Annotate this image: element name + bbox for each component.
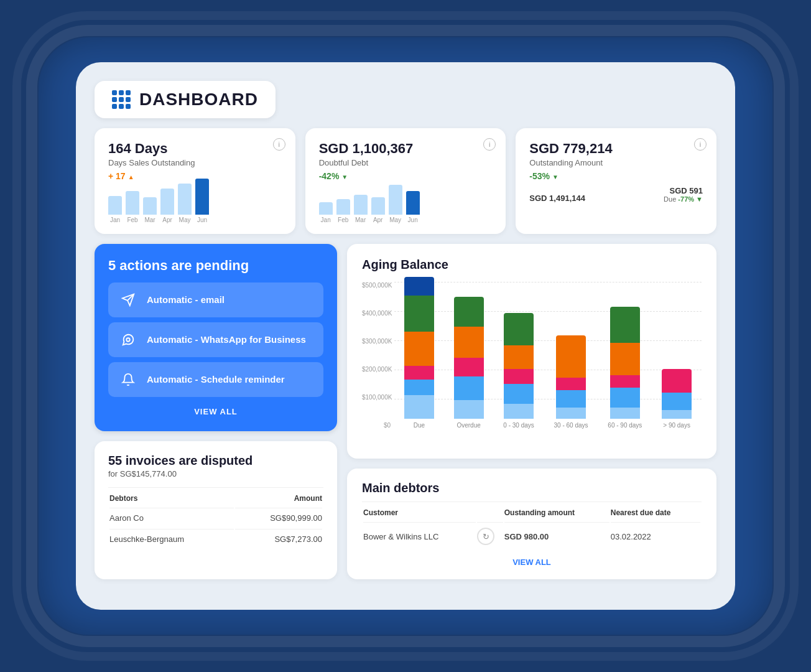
table-row: Aaron Co SG$90,999.00 bbox=[109, 508, 322, 528]
action-label-whatsapp: Automatic - WhatsApp for Business bbox=[147, 334, 306, 345]
disputed-table: Debtors Amount Aaron Co SG$90,999.00 Leu… bbox=[108, 487, 323, 550]
debtors-col-amount: Oustanding amount bbox=[504, 503, 609, 521]
dso-arrow-icon bbox=[128, 171, 134, 181]
svg-point-2 bbox=[126, 338, 130, 342]
actions-title: 5 actions are pending bbox=[108, 258, 323, 274]
bars-area: Due Overd bbox=[394, 282, 702, 429]
action-item-reminder[interactable]: Automatic - Schedule reminder bbox=[108, 362, 323, 397]
debtors-col-icon bbox=[477, 503, 503, 521]
dso-change: + 17 bbox=[108, 171, 282, 181]
outer-shell: DASHBOARD i 164 Days Days Sales Outstand… bbox=[39, 37, 772, 635]
disputed-subtitle: for SG$145,774.00 bbox=[108, 469, 323, 478]
dso-label: Days Sales Outstanding bbox=[108, 158, 282, 167]
table-row: Leuschke-Bergnaum SG$7,273.00 bbox=[109, 529, 322, 549]
dso-bar-jan: Jan bbox=[108, 196, 122, 223]
view-all-button[interactable]: VIEW ALL bbox=[108, 402, 323, 421]
doubtful-change: -42% bbox=[319, 171, 493, 181]
disputed-debtor-0: Aaron Co bbox=[109, 508, 234, 528]
disputed-col-amount: Amount bbox=[235, 489, 322, 506]
svg-line-0 bbox=[127, 294, 134, 300]
email-icon bbox=[118, 290, 138, 310]
outstanding-change: -53% bbox=[529, 171, 703, 181]
table-row: Bower & Wilkins LLC ↻ SGD 980.00 03.02.2… bbox=[363, 522, 700, 550]
disputed-amount-1: SG$7,273.00 bbox=[235, 529, 322, 549]
doubtful-label: Doubtful Debt bbox=[319, 158, 493, 167]
doubtful-value: SGD 1,100,367 bbox=[319, 141, 493, 157]
action-item-whatsapp[interactable]: Automatic - WhatsApp for Business bbox=[108, 322, 323, 357]
disputed-amount-0: SG$90,999.00 bbox=[235, 508, 322, 528]
debtors-col-due: Nearest due date bbox=[611, 503, 700, 521]
disputed-title: 55 invoices are disputed bbox=[108, 454, 323, 468]
dso-bar-may: May bbox=[178, 184, 192, 223]
debtors-title: Main debtors bbox=[362, 481, 702, 495]
outstanding-footer-right: SGD 591 Due -77% ▼ bbox=[664, 186, 703, 203]
dso-card: i 164 Days Days Sales Outstanding + 17 J… bbox=[95, 128, 295, 234]
debtors-card: Main debtors Customer Oustanding amount … bbox=[347, 469, 716, 579]
debtors-col-customer: Customer bbox=[363, 503, 476, 521]
dso-bar-jun: Jun bbox=[195, 179, 209, 223]
outstanding-arrow-icon bbox=[552, 171, 558, 181]
outstanding-footer: SGD 1,491,144 SGD 591 Due -77% ▼ bbox=[529, 186, 703, 203]
main-grid: i 164 Days Days Sales Outstanding + 17 J… bbox=[95, 128, 716, 591]
dashboard-title: DASHBOARD bbox=[139, 90, 258, 110]
whatsapp-icon bbox=[118, 330, 138, 350]
debtor-amount-0: SGD 980.00 bbox=[504, 522, 609, 550]
outstanding-value: SGD 779,214 bbox=[529, 141, 703, 157]
left-column: 5 actions are pending Automatic - email bbox=[95, 244, 337, 580]
y-axis: $0 $100,000K $200,000K $300,000K $400,00… bbox=[362, 282, 394, 429]
svg-marker-1 bbox=[123, 294, 134, 305]
dso-value: 164 Days bbox=[108, 141, 282, 157]
doubtful-arrow-icon bbox=[341, 171, 348, 181]
action-label-reminder: Automatic - Schedule reminder bbox=[147, 374, 285, 385]
disputed-col-debtors: Debtors bbox=[109, 489, 234, 506]
debtor-name-0: Bower & Wilkins LLC bbox=[363, 522, 476, 550]
dashboard-container: DASHBOARD i 164 Days Days Sales Outstand… bbox=[76, 62, 735, 610]
bar-group-due: Due bbox=[404, 277, 434, 429]
outstanding-info-icon[interactable]: i bbox=[694, 138, 707, 151]
disputed-card: 55 invoices are disputed for SG$145,774.… bbox=[95, 441, 337, 580]
action-item-email[interactable]: Automatic - email bbox=[108, 282, 323, 317]
dso-bar-feb: Feb bbox=[126, 191, 139, 223]
dso-bar-mar: Mar bbox=[143, 197, 157, 223]
outstanding-label: Outstanding Amount bbox=[529, 158, 703, 167]
debtors-table: Customer Oustanding amount Nearest due d… bbox=[362, 502, 702, 551]
disputed-debtor-1: Leuschke-Bergnaum bbox=[109, 529, 234, 549]
dso-info-icon[interactable]: i bbox=[273, 138, 285, 151]
dso-chart: Jan Feb Mar Apr bbox=[108, 186, 282, 223]
debtors-view-all[interactable]: VIEW ALL bbox=[362, 558, 702, 567]
dso-bar-apr: Apr bbox=[160, 189, 174, 223]
aging-chart-container: $0 $100,000K $200,000K $300,000K $400,00… bbox=[362, 282, 702, 444]
bar-group-overdue: Overdue bbox=[454, 297, 484, 429]
outstanding-footer-left: SGD 1,491,144 bbox=[529, 194, 585, 203]
grid-area bbox=[394, 282, 702, 429]
doubtful-info-icon[interactable]: i bbox=[483, 138, 496, 151]
metrics-row: i 164 Days Days Sales Outstanding + 17 J… bbox=[95, 128, 716, 234]
bell-icon bbox=[118, 370, 138, 390]
bar-group-30-60: 30 - 60 days bbox=[554, 335, 588, 429]
grid-icon bbox=[112, 90, 131, 109]
title-card: DASHBOARD bbox=[95, 81, 276, 118]
doubtful-card: i SGD 1,100,367 Doubtful Debt -42% Jan bbox=[305, 128, 506, 234]
bar-group-60-90: 60 - 90 days bbox=[608, 307, 642, 429]
bar-group-0-30: 0 - 30 days bbox=[503, 313, 534, 429]
debtor-due-0: 03.02.2022 bbox=[611, 522, 700, 550]
actions-card: 5 actions are pending Automatic - email bbox=[95, 244, 337, 431]
header: DASHBOARD bbox=[95, 81, 716, 118]
bar-group-90plus: > 90 days bbox=[662, 369, 692, 429]
aging-title: Aging Balance bbox=[362, 258, 702, 272]
aging-card: Aging Balance $0 $100,000K $200,000K $30… bbox=[347, 244, 716, 459]
outstanding-card: i SGD 779,214 Outstanding Amount -53% SG… bbox=[516, 128, 716, 234]
doubtful-chart: Jan Feb Mar Apr bbox=[319, 186, 493, 223]
debtor-sync-icon: ↻ bbox=[477, 522, 503, 550]
right-column: Aging Balance $0 $100,000K $200,000K $30… bbox=[347, 244, 716, 580]
action-label-email: Automatic - email bbox=[147, 294, 225, 305]
